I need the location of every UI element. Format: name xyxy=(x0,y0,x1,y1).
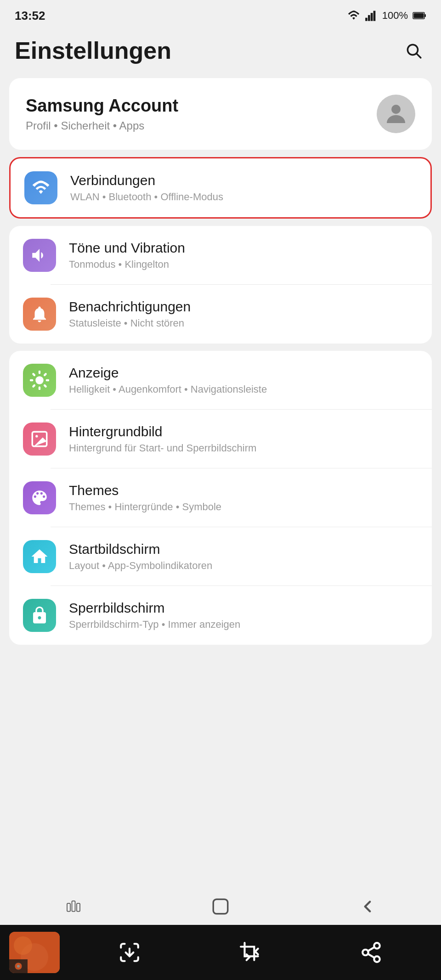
svg-line-18 xyxy=(45,374,45,375)
verbindungen-section: Verbindungen WLAN • Bluetooth • Offline-… xyxy=(9,157,432,219)
sperrbildschirm-icon-circle xyxy=(23,599,56,632)
search-icon xyxy=(405,42,422,59)
anzeige-item[interactable]: Anzeige Helligkeit • Augenkomfort • Navi… xyxy=(9,351,432,410)
themes-subtitle: Themes • Hintergründe • Symbole xyxy=(69,501,221,513)
home-button[interactable] xyxy=(202,893,239,920)
verbindungen-text: Verbindungen WLAN • Bluetooth • Offline-… xyxy=(70,173,223,203)
svg-rect-0 xyxy=(365,18,368,21)
screenshot-button[interactable] xyxy=(113,936,146,969)
hintergrundbild-title: Hintergrundbild xyxy=(69,424,256,439)
back-button[interactable] xyxy=(349,893,386,920)
themes-title: Themes xyxy=(69,483,221,498)
toolbar-thumbnail[interactable] xyxy=(9,932,60,973)
hintergrundbild-item[interactable]: Hintergrundbild Hintergrund für Start- u… xyxy=(9,410,432,468)
benachrichtigungen-item[interactable]: Benachrichtigungen Statusleiste • Nicht … xyxy=(9,285,432,344)
verbindungen-subtitle: WLAN • Bluetooth • Offline-Modus xyxy=(70,191,223,203)
nav-bar xyxy=(0,888,441,925)
anzeige-title: Anzeige xyxy=(69,365,267,381)
status-bar: 13:52 100% xyxy=(0,0,441,28)
bell-icon xyxy=(30,304,49,324)
recent-apps-button[interactable] xyxy=(55,893,92,920)
anzeige-icon-circle xyxy=(23,364,56,397)
thumbnail-image xyxy=(9,932,60,973)
battery-icon xyxy=(413,11,426,20)
svg-rect-3 xyxy=(373,11,375,21)
svg-rect-22 xyxy=(72,901,75,912)
share-button[interactable] xyxy=(355,936,387,969)
volume-icon xyxy=(30,246,49,265)
verbindungen-icon-circle xyxy=(24,171,57,204)
benachrichtigungen-subtitle: Statusleiste • Nicht stören xyxy=(69,317,191,329)
verbindungen-item[interactable]: Verbindungen WLAN • Bluetooth • Offline-… xyxy=(11,158,430,217)
svg-point-30 xyxy=(17,965,20,968)
svg-rect-2 xyxy=(371,13,373,21)
sun-icon xyxy=(30,371,49,390)
sperrbildschirm-text: Sperrbildschirm Sperrbildschirm-Typ • Im… xyxy=(69,600,240,631)
svg-rect-1 xyxy=(368,15,370,21)
toene-icon-circle xyxy=(23,239,56,272)
startbildschirm-subtitle: Layout • App-Symbolindikatoren xyxy=(69,560,212,572)
wallpaper-icon xyxy=(30,429,49,449)
home-icon xyxy=(30,547,49,566)
signal-icon xyxy=(365,9,378,22)
screenshot-icon xyxy=(118,941,141,964)
themes-item[interactable]: Themes Themes • Hintergründe • Symbole xyxy=(9,468,432,527)
svg-line-13 xyxy=(33,374,34,375)
svg-rect-23 xyxy=(77,903,80,912)
header: Einstellungen xyxy=(0,28,441,73)
toene-title: Töne und Vibration xyxy=(69,240,185,256)
svg-rect-21 xyxy=(67,903,70,912)
battery-text: 100% xyxy=(382,10,408,22)
search-button[interactable] xyxy=(401,38,426,63)
anzeige-text: Anzeige Helligkeit • Augenkomfort • Navi… xyxy=(69,365,267,395)
hintergrundbild-subtitle: Hintergrund für Start- und Sperrbildschi… xyxy=(69,442,256,454)
toene-item[interactable]: Töne und Vibration Tonmodus • Klingelton xyxy=(9,226,432,285)
svg-line-17 xyxy=(33,385,34,386)
crop-button[interactable] xyxy=(234,936,266,969)
page-title: Einstellungen xyxy=(15,37,171,64)
svg-line-14 xyxy=(45,385,45,386)
account-title: Samsung Account xyxy=(26,96,178,116)
home-nav-icon xyxy=(211,897,230,916)
svg-point-20 xyxy=(35,435,38,437)
svg-point-10 xyxy=(35,376,44,384)
bottom-toolbar xyxy=(0,925,441,980)
status-time: 13:52 xyxy=(15,9,45,23)
svg-point-27 xyxy=(14,936,32,955)
toene-section: Töne und Vibration Tonmodus • Klingelton… xyxy=(9,226,432,344)
svg-line-35 xyxy=(368,947,374,951)
crop-icon xyxy=(239,941,262,964)
startbildschirm-title: Startbildschirm xyxy=(69,541,212,557)
samsung-account-card[interactable]: Samsung Account Profil • Sicherheit • Ap… xyxy=(9,78,432,150)
avatar-icon xyxy=(382,100,410,128)
status-icons: 100% xyxy=(347,9,426,22)
lock-icon xyxy=(30,606,49,625)
svg-rect-24 xyxy=(213,899,228,914)
benachrichtigungen-title: Benachrichtigungen xyxy=(69,299,191,315)
toolbar-actions xyxy=(69,936,432,969)
svg-rect-5 xyxy=(424,14,426,17)
benachrichtigungen-text: Benachrichtigungen Statusleiste • Nicht … xyxy=(69,299,191,329)
share-icon xyxy=(360,941,383,964)
sperrbildschirm-title: Sperrbildschirm xyxy=(69,600,240,616)
avatar xyxy=(377,95,415,133)
sperrbildschirm-item[interactable]: Sperrbildschirm Sperrbildschirm-Typ • Im… xyxy=(9,586,432,645)
startbildschirm-item[interactable]: Startbildschirm Layout • App-Symbolindik… xyxy=(9,527,432,586)
anzeige-subtitle: Helligkeit • Augenkomfort • Navigationsl… xyxy=(69,383,267,395)
toene-text: Töne und Vibration Tonmodus • Klingelton xyxy=(69,240,185,270)
recent-icon xyxy=(64,897,83,916)
svg-line-8 xyxy=(417,54,421,58)
verbindungen-title: Verbindungen xyxy=(70,173,223,188)
themes-icon xyxy=(30,488,49,507)
wifi-status-icon xyxy=(347,9,360,22)
benachrichtigungen-icon-circle xyxy=(23,298,56,331)
sperrbildschirm-subtitle: Sperrbildschirm-Typ • Immer anzeigen xyxy=(69,619,240,631)
anzeige-section: Anzeige Helligkeit • Augenkomfort • Navi… xyxy=(9,351,432,645)
startbildschirm-text: Startbildschirm Layout • App-Symbolindik… xyxy=(69,541,212,572)
themes-text: Themes Themes • Hintergründe • Symbole xyxy=(69,483,221,513)
account-info: Samsung Account Profil • Sicherheit • Ap… xyxy=(26,96,178,132)
hintergrundbild-icon-circle xyxy=(23,422,56,456)
thumbnail-svg xyxy=(9,932,60,973)
themes-icon-circle xyxy=(23,481,56,514)
svg-line-34 xyxy=(368,954,374,957)
